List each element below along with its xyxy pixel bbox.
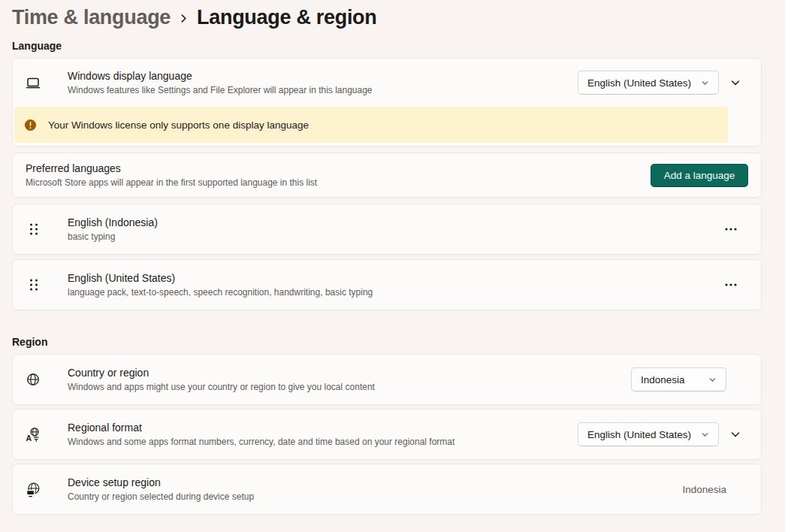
preferred-languages-subtitle: Microsoft Store apps will appear in the … bbox=[26, 177, 642, 189]
preferred-languages-title: Preferred languages bbox=[26, 162, 642, 175]
more-options-button[interactable] bbox=[719, 220, 743, 238]
display-language-subtitle: Windows features like Settings and File … bbox=[68, 85, 569, 96]
regional-format-dropdown[interactable]: English (United States) bbox=[578, 422, 719, 446]
language-region-settings-page: Time & language Language & region Langua… bbox=[0, 0, 774, 515]
chevron-down-icon bbox=[708, 376, 717, 384]
chevron-down-icon bbox=[701, 431, 709, 439]
more-options-button[interactable] bbox=[719, 276, 743, 294]
language-item-english-indonesia: English (Indonesia) basic typing bbox=[12, 204, 762, 255]
country-dropdown[interactable]: Indonesia bbox=[631, 367, 726, 391]
regional-format-title: Regional format bbox=[68, 421, 569, 434]
display-language-expander-chevron[interactable] bbox=[719, 77, 752, 88]
display-language-title: Windows display language bbox=[68, 69, 569, 83]
license-warning-banner: Your Windows license only supports one d… bbox=[14, 107, 728, 143]
warning-icon bbox=[24, 119, 37, 131]
device-setup-region-value: Indonesia bbox=[682, 484, 726, 495]
display-language-dropdown[interactable]: English (United States) bbox=[578, 71, 719, 95]
breadcrumb-chevron-icon bbox=[179, 14, 189, 23]
regional-format-card: A Regional format Windows and some apps … bbox=[12, 409, 762, 460]
chevron-down-icon bbox=[701, 79, 709, 87]
display-language-value: English (United States) bbox=[587, 77, 691, 89]
globe-icon bbox=[26, 372, 41, 387]
language-item-name: English (United States) bbox=[68, 271, 710, 285]
regional-format-subtitle: Windows and some apps format numbers, cu… bbox=[68, 437, 569, 448]
region-section-header: Region bbox=[12, 336, 774, 348]
drag-handle-icon[interactable] bbox=[29, 222, 39, 236]
country-or-region-card: Country or region Windows and apps might… bbox=[12, 354, 762, 405]
breadcrumb: Time & language Language & region bbox=[12, 0, 774, 28]
language-item-name: English (Indonesia) bbox=[68, 216, 710, 229]
country-value: Indonesia bbox=[641, 374, 685, 385]
windows-display-language-card: Windows display language Windows feature… bbox=[12, 58, 762, 147]
preferred-languages-card: Preferred languages Microsoft Store apps… bbox=[12, 153, 762, 198]
svg-text:A: A bbox=[26, 434, 32, 443]
page-title: Language & region bbox=[197, 6, 376, 29]
license-warning-text: Your Windows license only supports one d… bbox=[48, 119, 309, 131]
regional-format-value: English (United States) bbox=[587, 429, 691, 440]
regional-format-icon: A bbox=[26, 427, 41, 443]
device-globe-icon bbox=[26, 482, 41, 497]
device-setup-region-title: Device setup region bbox=[68, 476, 673, 489]
language-item-english-united-states: English (United States) language pack, t… bbox=[12, 259, 762, 310]
regional-format-expander-chevron[interactable] bbox=[719, 429, 752, 440]
display-language-icon bbox=[26, 75, 41, 90]
country-subtitle: Windows and apps might use your country … bbox=[68, 382, 622, 393]
device-setup-region-card: Device setup region Country or region se… bbox=[12, 464, 762, 515]
drag-handle-icon[interactable] bbox=[29, 278, 39, 292]
device-setup-region-subtitle: Country or region selected during device… bbox=[68, 491, 673, 503]
breadcrumb-time-and-language[interactable]: Time & language bbox=[12, 6, 171, 29]
country-title: Country or region bbox=[68, 366, 622, 379]
language-section-header: Language bbox=[12, 40, 774, 52]
add-language-button[interactable]: Add a language bbox=[651, 164, 748, 187]
language-item-features: language pack, text-to-speech, speech re… bbox=[68, 287, 710, 298]
language-item-features: basic typing bbox=[68, 231, 710, 243]
